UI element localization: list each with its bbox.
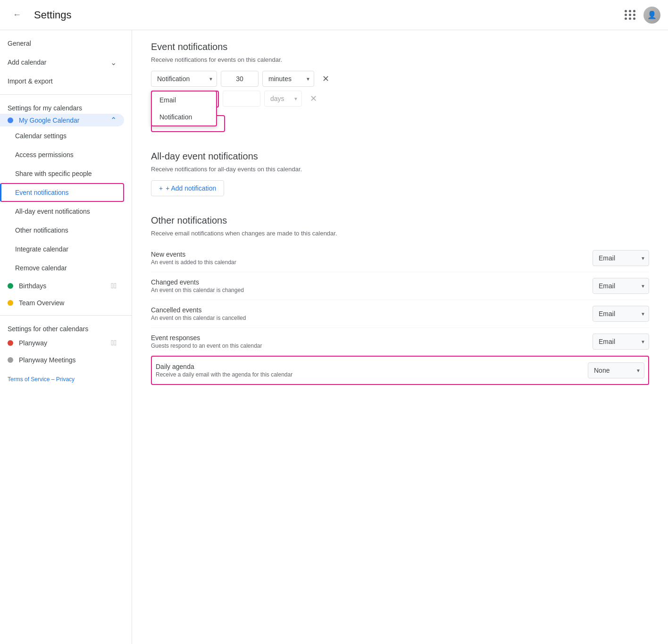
notif-info-2: Cancelled eventsAn event on this calenda…: [151, 306, 593, 321]
notif-info-0: New eventsAn event is added to this cale…: [151, 251, 593, 266]
dropdown-option-email[interactable]: Email: [152, 92, 216, 109]
header-right: 👤: [621, 6, 660, 25]
settings-for-other-calendars-title: Settings for other calendars: [0, 319, 132, 335]
notification-unit-select-1[interactable]: minutes hours days: [262, 71, 314, 87]
sidebar-item-add-calendar[interactable]: Add calendar ⌄: [0, 53, 124, 72]
sidebar-item-other-notifications[interactable]: Other notifications: [0, 221, 124, 240]
notif-info-1: Changed eventsAn event on this calendar …: [151, 278, 593, 293]
other-notification-row-1: Changed eventsAn event on this calendar …: [151, 272, 649, 300]
notif-info-3: Event responsesGuests respond to an even…: [151, 334, 593, 349]
notif-select-4[interactable]: EmailNone: [588, 362, 644, 378]
notification-unit-select-wrapper-2: days: [264, 91, 302, 107]
remove-notification-btn-1[interactable]: ✕: [318, 71, 333, 86]
sidebar-divider-1: [0, 94, 132, 95]
notif-label-1: Changed events: [151, 278, 593, 286]
notification-row-1: Notification Email minutes hours days ✕: [151, 71, 649, 87]
chevron-up-icon: ⌃: [110, 116, 117, 125]
sidebar-item-event-notifications[interactable]: Event notifications: [0, 183, 124, 202]
notification-dropdown-menu: Email Notification: [151, 91, 217, 126]
calendar-dot-green: [8, 283, 13, 289]
notif-desc-4: Receive a daily email with the agenda fo…: [156, 371, 588, 378]
sidebar-item-planyway[interactable]: Planyway 👁̸: [0, 335, 124, 351]
sidebar-item-all-day-event-notifications[interactable]: All-day event notifications: [0, 202, 124, 221]
event-notifications-title: Event notifications: [151, 42, 649, 52]
sidebar-item-my-google-calendar[interactable]: My Google Calendar ⌃: [0, 114, 124, 126]
sidebar-item-integrate-calendar[interactable]: Integrate calendar: [0, 240, 124, 259]
sidebar-item-calendar-settings[interactable]: Calendar settings: [0, 126, 124, 145]
sidebar-item-general[interactable]: General: [0, 34, 124, 53]
sidebar-terms: Terms of Service – Privacy: [0, 368, 132, 390]
notif-select-wrapper-1: EmailNone: [593, 278, 649, 294]
notification-row-2: Email Notification Email Notification: [151, 91, 649, 108]
sidebar-item-import-export[interactable]: Import & export: [0, 72, 124, 91]
notification-value-input-2[interactable]: [223, 91, 260, 107]
sidebar-item-birthdays[interactable]: Birthdays 👁̸: [0, 277, 124, 294]
notif-desc-1: An event on this calendar is changed: [151, 287, 593, 293]
layout: General Add calendar ⌄ Import & export S…: [0, 30, 668, 644]
event-notifications-subtitle: Receive notifications for events on this…: [151, 56, 649, 63]
notification-type-dropdown-overlay: Email Notification Email Notification: [151, 91, 219, 108]
other-notifications-title: Other notifications: [151, 215, 649, 226]
sidebar-item-team-overview[interactable]: Team Overview: [0, 294, 124, 311]
notif-select-wrapper-2: EmailNone: [593, 306, 649, 322]
other-notifications-subtitle: Receive email notifications when changes…: [151, 230, 649, 237]
header: ← Settings 👤: [0, 0, 668, 30]
notification-type-select-wrapper-1: Notification Email: [151, 71, 217, 87]
notif-label-0: New events: [151, 251, 593, 258]
settings-for-my-calendars-title: Settings for my calendars: [0, 99, 132, 114]
calendar-dot-blue: [8, 117, 13, 123]
notification-unit-select-wrapper-1: minutes hours days: [262, 71, 314, 87]
apps-grid-icon: [625, 10, 636, 20]
notif-select-3[interactable]: EmailNone: [593, 334, 649, 350]
eye-off-icon: 👁̸: [111, 282, 117, 290]
other-notification-row-3: Event responsesGuests respond to an even…: [151, 328, 649, 356]
sidebar-item-planyway-meetings[interactable]: Planyway Meetings: [0, 351, 124, 368]
other-notifications-table: New eventsAn event is added to this cale…: [151, 244, 649, 385]
notif-select-0[interactable]: EmailNone: [593, 250, 649, 266]
apps-button[interactable]: [621, 6, 640, 25]
other-notifications-section: Other notifications Receive email notifi…: [151, 215, 649, 385]
notif-desc-0: An event is added to this calendar: [151, 259, 593, 266]
other-notification-row-0: New eventsAn event is added to this cale…: [151, 244, 649, 272]
page-title: Settings: [34, 9, 72, 21]
calendar-dot-gray: [8, 357, 13, 363]
notification-row-2-controls: days ✕: [223, 91, 321, 107]
notif-select-2[interactable]: EmailNone: [593, 306, 649, 322]
eye-off-icon-planyway: 👁̸: [111, 339, 117, 347]
header-left: ← Settings: [8, 6, 72, 25]
notif-info-4: Daily agendaReceive a daily email with t…: [156, 363, 588, 378]
other-notification-row-4: Daily agendaReceive a daily email with t…: [151, 356, 649, 385]
notification-type-select-1[interactable]: Notification Email: [151, 71, 217, 87]
sidebar-divider-2: [0, 315, 132, 316]
event-notifications-section: Event notifications Receive notification…: [151, 42, 649, 132]
notif-select-wrapper-0: EmailNone: [593, 250, 649, 266]
avatar-image: 👤: [643, 7, 660, 24]
sidebar-item-remove-calendar[interactable]: Remove calendar: [0, 259, 124, 277]
sidebar-item-share-with-specific[interactable]: Share with specific people: [0, 164, 124, 183]
add-all-day-notification-button[interactable]: + + Add notification: [151, 180, 224, 196]
main-content: Event notifications Receive notification…: [132, 30, 668, 644]
notif-desc-2: An event on this calendar is cancelled: [151, 315, 593, 321]
calendar-dot-orange: [8, 300, 13, 306]
dropdown-option-notification[interactable]: Notification: [152, 109, 216, 125]
notification-value-input-1[interactable]: [221, 71, 259, 87]
sidebar-item-access-permissions[interactable]: Access permissions: [0, 145, 124, 164]
notif-label-2: Cancelled events: [151, 306, 593, 314]
remove-notification-btn-2[interactable]: ✕: [306, 91, 321, 106]
add-icon-all-day: +: [159, 184, 163, 192]
all-day-subtitle: Receive notifications for all-day events…: [151, 166, 649, 173]
notif-label-4: Daily agenda: [156, 363, 588, 370]
other-notification-row-2: Cancelled eventsAn event on this calenda…: [151, 300, 649, 328]
terms-privacy: Terms of Service – Privacy: [0, 368, 132, 390]
notification-unit-select-2[interactable]: days: [264, 91, 302, 107]
all-day-title: All-day event notifications: [151, 151, 649, 162]
calendar-dot-red: [8, 340, 13, 346]
notif-desc-3: Guests respond to an event on this calen…: [151, 343, 593, 349]
avatar[interactable]: 👤: [643, 7, 660, 24]
add-notification-row: + + Add notification: [151, 115, 649, 132]
all-day-event-notifications-section: All-day event notifications Receive noti…: [151, 151, 649, 196]
sidebar: General Add calendar ⌄ Import & export S…: [0, 30, 132, 644]
notif-label-3: Event responses: [151, 334, 593, 342]
notif-select-1[interactable]: EmailNone: [593, 278, 649, 294]
back-button[interactable]: ←: [8, 6, 26, 25]
